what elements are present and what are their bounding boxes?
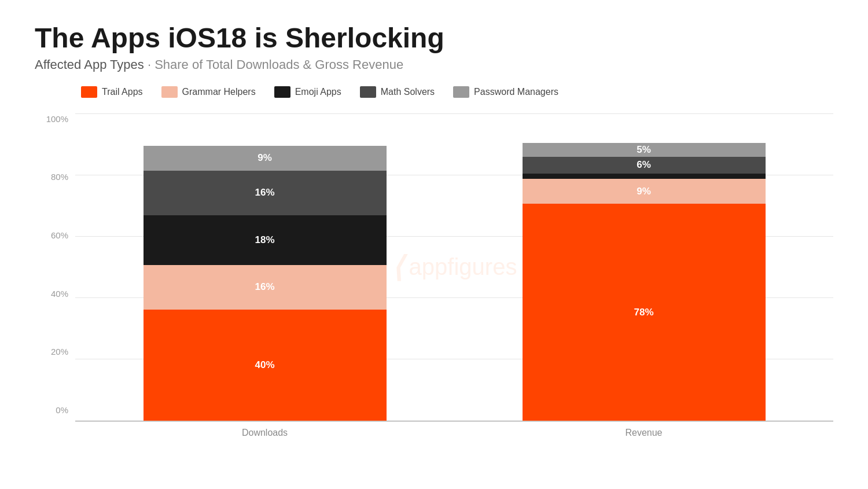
page-title: The Apps iOS18 is Sherlocking — [35, 23, 833, 54]
stacked-bar: 40%16%18%16%9% — [144, 146, 387, 421]
x-axis-label: Revenue — [523, 428, 766, 438]
y-axis-label: 0% — [35, 405, 75, 415]
chart-subtitle: Affected App Types · Share of Total Down… — [35, 57, 833, 72]
bar-segment: 16% — [144, 265, 387, 310]
y-axis-label: 80% — [35, 172, 75, 182]
legend-label: Grammar Helpers — [182, 87, 256, 97]
legend-item: Trail Apps — [81, 86, 143, 98]
bar-group: 78%9%6%5% — [523, 143, 766, 421]
bar-segment: 40% — [144, 310, 387, 421]
legend-swatch — [274, 86, 290, 98]
legend-item: Emoji Apps — [274, 86, 341, 98]
legend-label: Math Solvers — [381, 87, 435, 97]
bar-segment: 18% — [144, 215, 387, 265]
chart-inner: ⟨ appfigures 40%16%18%16%9%78%9%6%5% Dow… — [75, 114, 833, 438]
legend-swatch — [81, 86, 97, 98]
y-axis-label: 60% — [35, 230, 75, 240]
legend-item: Math Solvers — [360, 86, 435, 98]
bar-segment: 9% — [523, 179, 766, 204]
bar-segment: 16% — [144, 171, 387, 215]
legend-swatch — [360, 86, 376, 98]
bar-segment: 6% — [523, 157, 766, 174]
chart-legend: Trail Apps Grammar Helpers Emoji Apps Ma… — [35, 86, 833, 98]
y-axis-label: 40% — [35, 289, 75, 299]
subtitle-light: Share of Total Downloads & Gross Revenue — [155, 57, 403, 72]
y-axis-label: 20% — [35, 347, 75, 356]
bars-container: ⟨ appfigures 40%16%18%16%9%78%9%6%5% — [75, 114, 833, 422]
bar-segment: 9% — [144, 146, 387, 171]
y-axis-label: 100% — [35, 114, 75, 124]
legend-label: Trail Apps — [102, 87, 143, 97]
bar-group: 40%16%18%16%9% — [144, 146, 387, 421]
subtitle-sep: · — [144, 57, 155, 72]
bars-row: 40%16%18%16%9%78%9%6%5% — [75, 114, 833, 421]
y-axis: 0%20%40%60%80%100% — [35, 114, 75, 438]
legend-label: Emoji Apps — [295, 87, 341, 97]
bar-segment: 5% — [523, 143, 766, 157]
x-axis-label: Downloads — [144, 428, 387, 438]
bar-segment: 78% — [523, 204, 766, 420]
legend-item: Grammar Helpers — [161, 86, 256, 98]
legend-item: Password Managers — [453, 86, 558, 98]
subtitle-dark: Affected App Types — [35, 57, 144, 72]
chart-area: 0%20%40%60%80%100% ⟨ appfigures 40%16%18… — [35, 114, 833, 438]
legend-swatch — [161, 86, 178, 98]
bar-segment — [523, 174, 766, 179]
x-labels: DownloadsRevenue — [75, 422, 833, 438]
legend-label: Password Managers — [474, 87, 558, 97]
stacked-bar: 78%9%6%5% — [523, 143, 766, 421]
legend-swatch — [453, 86, 469, 98]
